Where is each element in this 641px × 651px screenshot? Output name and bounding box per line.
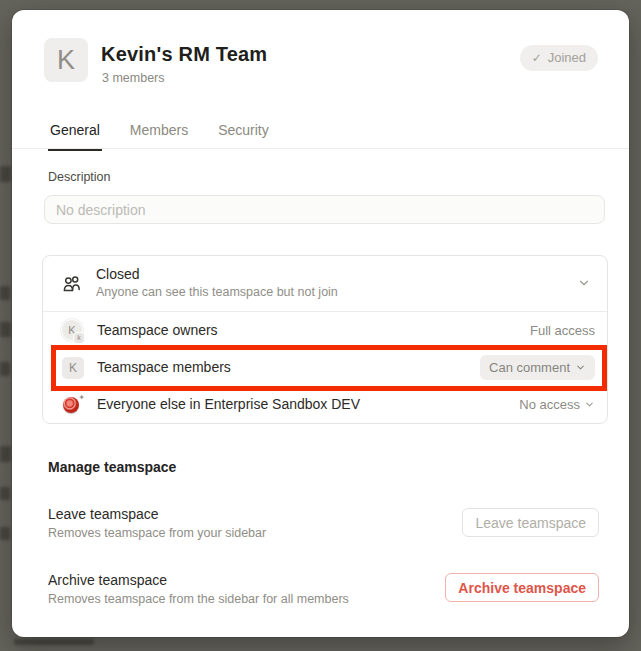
backdrop-artifact xyxy=(0,527,10,540)
backdrop-artifact xyxy=(14,639,94,645)
permission-row-label: Teamspace members xyxy=(97,359,231,375)
access-value: Full access xyxy=(530,323,595,338)
people-icon xyxy=(61,273,83,295)
check-icon: ✓ xyxy=(532,45,542,71)
permission-row-everyone[interactable]: ✦ Everyone else in Enterprise Sandbox DE… xyxy=(43,386,607,423)
access-level-row[interactable]: Closed Anyone can see this teamspace but… xyxy=(43,256,607,311)
manage-teamspace-heading: Manage teamspace xyxy=(48,459,176,475)
access-level-title: Closed xyxy=(96,266,140,282)
backdrop-artifact xyxy=(0,322,11,337)
teamspace-settings-dialog: K Kevin's RM Team 3 members ✓ Joined Gen… xyxy=(12,10,629,637)
description-label: Description xyxy=(48,170,111,184)
backdrop-artifact xyxy=(0,446,11,462)
chevron-down-icon xyxy=(575,362,586,373)
backdrop-artifact xyxy=(0,286,10,300)
tab-security[interactable]: Security xyxy=(216,116,271,151)
teamspace-avatar: K xyxy=(44,38,88,82)
leave-teamspace-title: Leave teamspace xyxy=(48,506,159,522)
permission-row-owners[interactable]: K k Teamspace owners Full access xyxy=(43,312,607,349)
tab-general[interactable]: General xyxy=(48,116,102,151)
archive-teamspace-subtitle: Removes teamspace from the sidebar for a… xyxy=(48,592,349,606)
workspace-logo-icon: ✦ xyxy=(63,395,85,415)
leave-teamspace-button[interactable]: Leave teamspace xyxy=(462,508,599,537)
page-title: Kevin's RM Team xyxy=(101,43,267,66)
joined-badge[interactable]: ✓ Joined xyxy=(520,45,598,71)
permissions-panel: Closed Anyone can see this teamspace but… xyxy=(42,255,608,424)
access-value: No access xyxy=(519,397,580,412)
leave-teamspace-subtitle: Removes teamspace from your sidebar xyxy=(48,526,266,540)
tab-members[interactable]: Members xyxy=(128,116,190,151)
permission-row-label: Teamspace owners xyxy=(97,322,218,338)
chevron-down-icon[interactable] xyxy=(584,399,595,410)
member-count: 3 members xyxy=(102,71,165,85)
backdrop-artifact xyxy=(0,362,10,376)
chevron-down-icon[interactable] xyxy=(577,276,591,290)
access-value: Can comment xyxy=(489,360,570,375)
permission-row-label: Everyone else in Enterprise Sandbox DEV xyxy=(97,396,360,412)
description-input[interactable] xyxy=(44,195,605,224)
desktop-backdrop: { "colors": { "backdrop": "#64635c", "an… xyxy=(0,0,641,651)
joined-badge-label: Joined xyxy=(548,45,586,71)
owners-avatar-stack: K k xyxy=(61,319,87,345)
backdrop-artifact xyxy=(0,487,10,500)
backdrop-artifact xyxy=(0,166,11,182)
settings-tabs: General Members Security xyxy=(48,116,271,151)
permission-row-members[interactable]: K Teamspace members Can comment xyxy=(43,349,607,386)
members-avatar: K xyxy=(62,357,84,379)
tabs-divider xyxy=(12,148,629,149)
archive-teamspace-title: Archive teamspace xyxy=(48,572,167,588)
access-dropdown[interactable]: Can comment xyxy=(480,355,595,380)
archive-teamspace-button[interactable]: Archive teamspace xyxy=(445,573,599,602)
access-level-subtitle: Anyone can see this teamspace but not jo… xyxy=(96,285,338,299)
